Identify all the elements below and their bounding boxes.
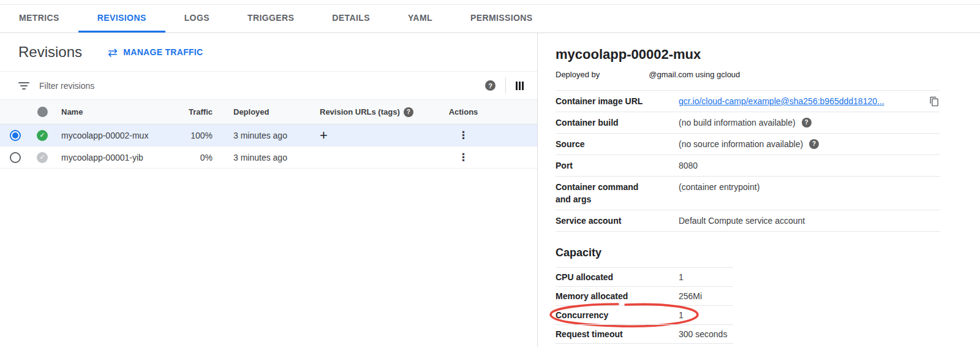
- table-header-row: Name Traffic Deployed Revision URLs (tag…: [0, 100, 537, 124]
- tab-permissions[interactable]: PERMISSIONS: [451, 5, 552, 32]
- revision-name: mycoolapp-00001-yib: [54, 153, 179, 162]
- table-row[interactable]: ✓ mycoolapp-00001-yib 0% 3 minutes ago ⋮: [0, 147, 537, 169]
- header-revision-urls: Revision URLs (tags): [320, 107, 400, 116]
- page-title: Revisions: [18, 44, 82, 61]
- swap-arrows-icon: ⇄: [108, 47, 118, 58]
- revision-details-panel: mycoolapp-00002-mux Deployed by @gmail.c…: [538, 33, 980, 346]
- filter-icon: [18, 82, 29, 90]
- capacity-row: Request timeout 300 seconds: [556, 324, 733, 344]
- revision-name: mycoolapp-00002-mux: [54, 131, 179, 140]
- capacity-label: Memory allocated: [556, 290, 679, 302]
- capacity-value: 1: [679, 309, 733, 321]
- property-row: Container build (no build information av…: [556, 112, 940, 133]
- property-value: (no build information available): [679, 116, 796, 129]
- revision-urls-help-icon[interactable]: ?: [404, 107, 413, 117]
- status-inactive-icon: ✓: [37, 152, 48, 163]
- capacity-table: CPU allocated 1 Memory allocated 256Mi C…: [556, 267, 733, 344]
- filter-input[interactable]: [39, 81, 475, 91]
- deployed-by-line: Deployed by @gmail.com using gcloud: [556, 70, 940, 79]
- header-deployed: Deployed: [213, 107, 304, 116]
- column-display-icon[interactable]: [516, 82, 524, 90]
- header-actions: Actions: [434, 107, 492, 116]
- tab-details[interactable]: DETAILS: [313, 5, 389, 32]
- property-row: Service account Default Compute service …: [556, 210, 940, 231]
- properties-list: Container image URL gcr.io/cloud-camp/ex…: [556, 90, 940, 232]
- property-value: 8080: [679, 159, 698, 172]
- capacity-label: CPU allocated: [556, 271, 679, 283]
- tab-yaml[interactable]: YAML: [389, 5, 451, 32]
- help-icon[interactable]: ?: [802, 118, 812, 128]
- tab-triggers[interactable]: TRIGGERS: [228, 5, 313, 32]
- property-row: Source (no source information available)…: [556, 133, 940, 154]
- status-header-icon: [37, 107, 48, 117]
- tab-bar: METRICS REVISIONS LOGS TRIGGERS DETAILS …: [0, 4, 980, 33]
- capacity-value: 1: [679, 271, 733, 283]
- revision-radio-unselected[interactable]: [10, 152, 21, 163]
- row-actions-menu-icon[interactable]: ⋮: [458, 130, 469, 140]
- status-active-icon: ✓: [37, 130, 48, 141]
- header-traffic: Traffic: [179, 107, 213, 116]
- capacity-value: 300 seconds: [679, 328, 733, 340]
- filter-help-icon[interactable]: ?: [485, 80, 496, 91]
- divider: [505, 78, 506, 94]
- property-label: Source: [556, 138, 679, 150]
- copy-icon[interactable]: [929, 96, 940, 107]
- deployed-by-suffix: @gmail.com using gcloud: [649, 70, 740, 79]
- deployed-by-prefix: Deployed by: [556, 70, 600, 79]
- property-value: (no source information available): [679, 138, 803, 150]
- capacity-row: Memory allocated 256Mi: [556, 286, 733, 305]
- manage-traffic-label: MANAGE TRAFFIC: [123, 47, 203, 57]
- revision-traffic: 100%: [179, 131, 213, 140]
- property-label: Service account: [556, 215, 679, 227]
- revision-deployed: 3 minutes ago: [213, 131, 304, 140]
- help-icon[interactable]: ?: [809, 139, 819, 149]
- row-actions-menu-icon[interactable]: ⋮: [458, 152, 469, 162]
- capacity-label: Request timeout: [556, 328, 679, 340]
- table-row[interactable]: ✓ mycoolapp-00002-mux 100% 3 minutes ago…: [0, 124, 537, 147]
- capacity-value: 256Mi: [679, 290, 733, 302]
- property-label: Port: [556, 159, 679, 172]
- property-label: Container image URL: [556, 95, 679, 107]
- property-value: Default Compute service account: [679, 215, 805, 227]
- revision-deployed: 3 minutes ago: [213, 153, 304, 162]
- revisions-panel: Revisions ⇄ MANAGE TRAFFIC ? Name Traffi…: [0, 33, 538, 346]
- add-tag-icon[interactable]: +: [320, 129, 328, 142]
- capacity-row: CPU allocated 1: [556, 267, 733, 286]
- capacity-section-title: Capacity: [556, 246, 940, 259]
- property-label: Container build: [556, 116, 679, 129]
- capacity-row-concurrency: Concurrency 1: [556, 305, 733, 324]
- revisions-header: Revisions ⇄ MANAGE TRAFFIC: [0, 33, 537, 72]
- tab-logs[interactable]: LOGS: [165, 5, 228, 32]
- revision-detail-title: mycoolapp-00002-mux: [556, 47, 940, 63]
- property-row: Port 8080: [556, 154, 940, 176]
- header-name: Name: [54, 107, 179, 116]
- manage-traffic-button[interactable]: ⇄ MANAGE TRAFFIC: [108, 47, 203, 58]
- tab-metrics[interactable]: METRICS: [0, 5, 78, 32]
- property-value: (container entrypoint): [679, 181, 760, 193]
- capacity-label: Concurrency: [556, 309, 679, 321]
- tab-revisions[interactable]: REVISIONS: [78, 5, 165, 32]
- container-image-url-link[interactable]: gcr.io/cloud-camp/example@sha256:b965ddd…: [679, 95, 923, 107]
- redacted-username: [600, 71, 649, 79]
- property-row: Container command and args (container en…: [556, 176, 940, 210]
- filter-bar: ?: [0, 72, 537, 100]
- revision-traffic: 0%: [179, 153, 213, 162]
- property-row: Container image URL gcr.io/cloud-camp/ex…: [556, 90, 940, 112]
- revision-radio-selected[interactable]: [10, 130, 21, 141]
- property-label: Container command and args: [556, 181, 679, 205]
